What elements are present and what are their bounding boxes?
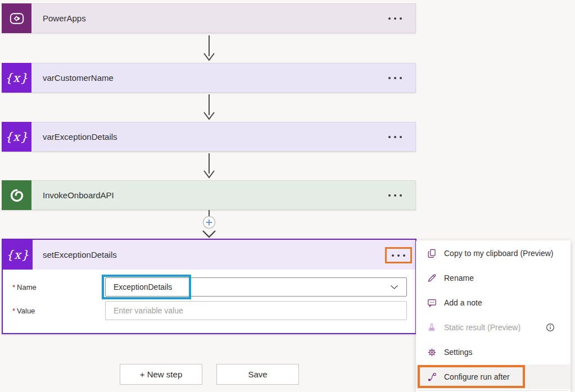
- step-varcustomername[interactable]: {x} varCustomerName: [2, 63, 416, 93]
- name-dropdown[interactable]: ExceptionDetails: [105, 277, 407, 297]
- custom-connector-icon: [2, 180, 31, 210]
- menu-separator: [418, 390, 568, 391]
- gear-icon: [425, 347, 438, 358]
- menu-item-label: Settings: [444, 348, 473, 357]
- variable-icon: {x}: [2, 122, 31, 152]
- menu-item-label: Static result (Preview): [444, 323, 520, 332]
- chevron-down-icon: [390, 285, 399, 290]
- run-after-icon: [425, 372, 438, 382]
- flow-designer-canvas: PowerApps {x} varCustomerName {x} varExc…: [0, 0, 575, 392]
- required-marker: *: [12, 307, 15, 315]
- info-icon[interactable]: [546, 323, 555, 332]
- powerapps-icon: [2, 3, 31, 33]
- menu-item-copy-to-clipboard[interactable]: Copy to my clipboard (Preview): [416, 241, 571, 266]
- more-options-icon[interactable]: [387, 14, 403, 23]
- card-title: setExceptionDetails: [43, 250, 117, 259]
- required-marker: *: [12, 283, 15, 291]
- note-icon: [425, 298, 438, 308]
- more-options-icon[interactable]: [387, 133, 403, 142]
- name-field-label: *Name: [12, 283, 37, 291]
- flow-arrow: [198, 35, 220, 62]
- step-label: InvokeOnboardAPI: [43, 190, 114, 200]
- menu-item-static-result: Static result (Preview): [416, 315, 571, 340]
- menu-item-configure-run-after[interactable]: Configure run after: [416, 364, 571, 389]
- menu-item-settings[interactable]: Settings: [416, 340, 571, 364]
- step-label: varCustomerName: [43, 73, 114, 83]
- more-options-icon[interactable]: [391, 251, 406, 260]
- variable-icon: {x}: [2, 63, 31, 93]
- step-context-menu: Copy to my clipboard (Preview) Rename: [416, 240, 571, 392]
- menu-item-label: Rename: [444, 274, 474, 282]
- flow-arrow: [198, 94, 220, 121]
- step-invokeonboardapi[interactable]: InvokeOnboardAPI: [2, 180, 416, 210]
- menu-item-label: Copy to my clipboard (Preview): [444, 249, 554, 258]
- new-step-button[interactable]: + New step: [120, 364, 202, 385]
- value-field-label: *Value: [12, 307, 35, 315]
- variable-icon: {x}: [3, 240, 33, 270]
- card-setexceptiondetails: {x} setExceptionDetails *Name ExceptionD…: [2, 239, 416, 334]
- value-input[interactable]: [105, 301, 407, 320]
- more-options-icon[interactable]: [387, 74, 403, 83]
- name-dropdown-value: ExceptionDetails: [114, 282, 172, 291]
- step-varexceptiondetails[interactable]: {x} varExceptionDetails: [2, 122, 416, 152]
- step-label: PowerApps: [43, 13, 86, 23]
- menu-item-rename[interactable]: Rename: [416, 266, 571, 290]
- copy-icon: [425, 248, 438, 259]
- insert-step-node: [197, 210, 221, 238]
- save-button[interactable]: Save: [216, 364, 299, 385]
- menu-item-label: Add a note: [444, 298, 482, 307]
- step-powerapps[interactable]: PowerApps: [2, 3, 416, 33]
- card-header[interactable]: {x} setExceptionDetails: [3, 240, 415, 270]
- flow-arrow: [198, 153, 220, 179]
- flask-icon: [425, 322, 438, 333]
- step-label: varExceptionDetails: [43, 132, 117, 142]
- pencil-icon: [425, 272, 438, 284]
- highlight-box-orange: [385, 247, 412, 263]
- menu-item-label: Configure run after: [444, 372, 510, 381]
- more-options-icon[interactable]: [387, 191, 403, 200]
- menu-item-add-note[interactable]: Add a note: [416, 290, 571, 315]
